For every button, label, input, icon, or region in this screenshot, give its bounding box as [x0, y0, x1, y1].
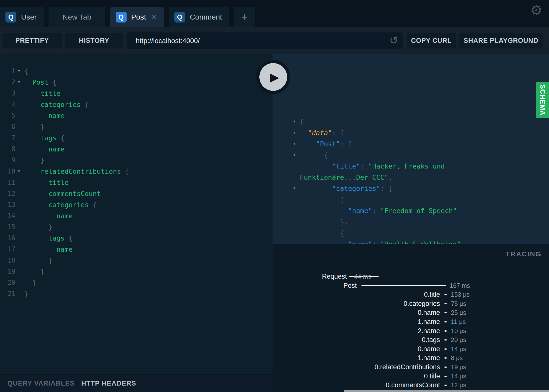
- editor-line: 11 title: [0, 177, 273, 188]
- fold-arrow-icon[interactable]: ▾: [17, 76, 21, 88]
- editor-code: name: [24, 144, 65, 155]
- tracing-row: 1.name11 μs: [273, 317, 549, 326]
- endpoint-url-value: http://localhost:4000/: [136, 37, 200, 45]
- editor-code: tags {: [24, 233, 73, 244]
- tracing-bar: [361, 285, 446, 286]
- reload-icon[interactable]: ↺: [389, 34, 398, 46]
- response-line: {: [273, 194, 549, 205]
- editor-code: }: [24, 121, 44, 132]
- line-number: 21: [0, 288, 15, 299]
- tracing-row-label: 0.relatedContributions: [375, 363, 440, 372]
- editor-line: 12 commentsCount: [0, 188, 273, 199]
- tab-post[interactable]: QPost✕: [110, 7, 164, 27]
- editor-code: }: [24, 255, 53, 266]
- tracing-dash: [444, 357, 447, 359]
- query-variables-tab[interactable]: QUERY VARIABLES: [7, 380, 75, 387]
- tracing-row-value: 11 μs: [451, 317, 466, 326]
- share-playground-button[interactable]: SHARE PLAYGROUND: [459, 33, 543, 49]
- tracing-row-label: 0.title: [424, 372, 440, 381]
- play-button-circle: ▶: [259, 63, 287, 91]
- tracing-row: 0.tags20 μs: [273, 335, 549, 344]
- line-number: 20: [0, 277, 15, 288]
- response-pane: ▾{▾ "data": {▾ "Post": [▾ { "title": "Ha…: [273, 54, 549, 244]
- tracing-row-value: 10 μs: [451, 326, 466, 336]
- response-json: ▾{▾ "data": {▾ "Post": [▾ { "title": "Ha…: [273, 116, 549, 244]
- line-number: 10: [0, 166, 15, 177]
- query-badge: Q: [174, 12, 185, 23]
- editor-line: 3 title: [0, 88, 273, 99]
- response-line: {: [273, 227, 549, 239]
- tab-comment[interactable]: QComment: [169, 7, 229, 27]
- history-button[interactable]: HISTORY: [65, 33, 123, 49]
- tracing-row-label: Post: [343, 281, 357, 290]
- query-editor[interactable]: 1▾{2▾ Post {3 title4 categories {5 name6…: [0, 66, 273, 299]
- tracing-row-value: 14 μs: [451, 372, 466, 381]
- response-line: "title": "Hacker, Freaks und: [273, 161, 549, 172]
- tracing-row-label: 1.name: [418, 317, 440, 326]
- editor-code: title: [24, 177, 69, 188]
- fold-arrow-icon[interactable]: ▾: [293, 116, 296, 127]
- tracing-row-value: 14 μs: [451, 344, 466, 354]
- editor-code: }: [24, 155, 44, 166]
- tracing-row-label: 0.categories: [404, 299, 440, 308]
- editor-code: commentsCount: [24, 188, 101, 199]
- tracing-dash: [444, 330, 447, 332]
- http-headers-tab[interactable]: HTTP HEADERS: [81, 380, 136, 387]
- line-number: 18: [0, 255, 15, 266]
- fold-arrow-icon[interactable]: ▾: [293, 127, 296, 138]
- response-line: ▾ "data": {: [273, 127, 549, 138]
- tracing-row-value: 153 μs: [451, 290, 470, 299]
- editor-code: name: [24, 110, 65, 121]
- prettify-button[interactable]: PRETTIFY: [2, 33, 62, 49]
- play-icon: ▶: [270, 70, 279, 84]
- query-badge: Q: [5, 12, 16, 23]
- tracing-row-label: 0.name: [418, 308, 440, 317]
- query-editor-pane[interactable]: 1▾{2▾ Post {3 title4 categories {5 name6…: [0, 54, 273, 374]
- tab-label: Post: [131, 13, 146, 21]
- editor-line: 18 }: [0, 255, 273, 266]
- tab-user[interactable]: QUser: [0, 7, 44, 27]
- editor-code: relatedContributions {: [24, 166, 129, 177]
- execute-query-button[interactable]: ▶: [256, 60, 290, 94]
- close-tab-icon[interactable]: ✕: [151, 13, 157, 21]
- tracing-title: TRACING: [506, 250, 542, 258]
- fold-arrow-icon[interactable]: ▾: [17, 166, 21, 177]
- editor-code: name: [24, 244, 73, 255]
- fold-arrow-icon[interactable]: ▾: [293, 183, 296, 194]
- query-badge: Q: [116, 12, 127, 23]
- fold-arrow-icon[interactable]: ▾: [17, 65, 21, 76]
- endpoint-url-input[interactable]: http://localhost:4000/ ↺: [127, 32, 403, 49]
- line-number: 3: [0, 88, 15, 99]
- tracing-dash: [444, 312, 447, 313]
- response-line: ▾ "categories": [: [273, 183, 549, 194]
- tracing-row-label: 0.title: [424, 290, 440, 299]
- line-number: 13: [0, 199, 15, 210]
- tracing-row-value: 12 μs: [451, 381, 466, 390]
- editor-code: title: [24, 88, 60, 99]
- tracing-row-label: Request: [322, 272, 347, 281]
- tab-bar: QUserNew TabQPost✕QComment+: [0, 7, 255, 27]
- fold-arrow-icon[interactable]: ▾: [293, 138, 296, 149]
- tracing-row-value: 19 μs: [451, 363, 466, 372]
- editor-code: name: [24, 210, 73, 221]
- tracing-row-value: 25 μs: [451, 308, 466, 317]
- horizontal-scrollbar[interactable]: [344, 390, 549, 392]
- tracing-row: 2.name10 μs: [273, 326, 549, 336]
- settings-gear-icon[interactable]: ⚙: [530, 3, 543, 17]
- editor-code: Post {: [24, 77, 56, 88]
- copy-curl-button[interactable]: COPY CURL: [407, 33, 456, 49]
- tracing-dash: [444, 348, 447, 350]
- fold-arrow-icon[interactable]: ▾: [293, 149, 296, 160]
- schema-side-tab[interactable]: SCHEMA: [536, 82, 549, 118]
- tab-label: User: [21, 13, 37, 21]
- tab-label: New Tab: [62, 13, 91, 21]
- tracing-row-value: 167 ms: [450, 281, 470, 290]
- editor-line: 5 name: [0, 110, 273, 121]
- line-number: 16: [0, 233, 15, 244]
- tracing-row: 0.name14 μs: [273, 344, 549, 354]
- tracing-row-value: 44 ms: [354, 272, 371, 281]
- add-tab-button[interactable]: +: [234, 7, 255, 27]
- tab-new-tab[interactable]: New Tab: [49, 7, 105, 27]
- editor-line: 15 }: [0, 221, 273, 233]
- editor-line: 14 name: [0, 210, 273, 221]
